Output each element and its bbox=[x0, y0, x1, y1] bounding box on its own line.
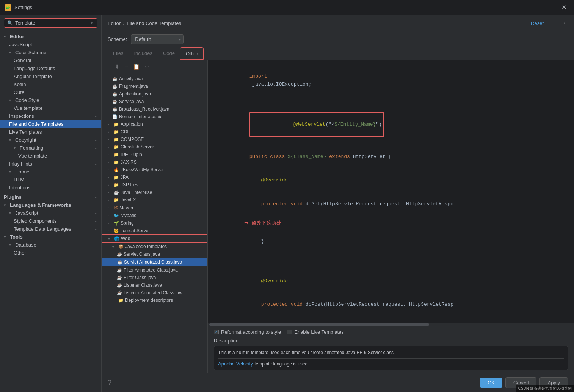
file-item-listenerannotated[interactable]: ☕ Listener Annotated Class.java bbox=[102, 289, 207, 297]
tab-code-label: Code bbox=[163, 50, 175, 56]
sidebar-item-general[interactable]: General bbox=[0, 56, 101, 64]
sidebar-item-kotlin[interactable]: Kotlin bbox=[0, 80, 101, 88]
file-item-broadcastreceiver[interactable]: ☕ Broadcast_Receiver.java bbox=[102, 105, 207, 113]
sidebar-item-vue-template[interactable]: Vue template bbox=[0, 104, 101, 112]
inspections-badge: ▪ bbox=[95, 114, 97, 119]
maven-arrow bbox=[108, 206, 112, 210]
sidebar-item-intentions[interactable]: Intentions bbox=[0, 184, 101, 192]
file-item-servicejava[interactable]: ☕ Service.java bbox=[102, 98, 207, 105]
sidebar-item-label: Emmet bbox=[15, 169, 31, 175]
jfx-arrow bbox=[108, 198, 112, 202]
tab-files[interactable]: Files bbox=[108, 47, 129, 60]
file-item-javaenterprise[interactable]: ☕ Java Enterprise bbox=[102, 189, 207, 196]
reformat-checkbox[interactable] bbox=[214, 330, 219, 334]
file-item-ideplugin[interactable]: 📁 IDE Plugin bbox=[102, 151, 207, 158]
file-item-filterannotated[interactable]: ☕ Filter Annotated Class.java bbox=[102, 266, 207, 274]
sidebar-item-language-defaults[interactable]: Language Defaults bbox=[0, 64, 101, 72]
help-button[interactable]: ? bbox=[108, 379, 111, 387]
sidebar-item-html[interactable]: HTML bbox=[0, 176, 101, 184]
scheme-select[interactable]: Default Project bbox=[131, 34, 184, 44]
code-style-arrow bbox=[9, 98, 14, 102]
file-item-label: JavaFX bbox=[121, 197, 136, 203]
reformat-checkbox-label[interactable]: Reformat according to style bbox=[214, 329, 281, 335]
copy-template-button[interactable]: ⬇ bbox=[113, 62, 121, 71]
sidebar-item-qute[interactable]: Qute bbox=[0, 88, 101, 96]
file-item-listenerclass[interactable]: ☕ Listener Class.java bbox=[102, 281, 207, 289]
horizontal-scrollbar[interactable] bbox=[208, 323, 574, 326]
file-item-deploymentdescriptors[interactable]: 📁 Deployment descriptors bbox=[102, 297, 207, 304]
code-text bbox=[249, 201, 261, 207]
sidebar-item-vue-template2[interactable]: Vue template bbox=[0, 152, 101, 160]
sidebar-item-editor[interactable]: Editor bbox=[0, 33, 101, 41]
java-icon: ☕ bbox=[117, 268, 122, 273]
sidebar-item-javascript2[interactable]: JavaScript ▪ bbox=[0, 209, 101, 217]
file-item-jboss[interactable]: 🔥 JBoss/WildFly Server bbox=[102, 166, 207, 173]
file-item-tomcat[interactable]: 🐱 Tomcat Server bbox=[102, 227, 207, 234]
file-item-remoteinterface[interactable]: 📄 Remote_Interface.aidl bbox=[102, 113, 207, 120]
sidebar-item-angular-template[interactable]: Angular Template bbox=[0, 72, 101, 80]
add-template-button[interactable]: + bbox=[105, 62, 111, 71]
sidebar-item-inlay-hints[interactable]: Inlay Hints ▪ bbox=[0, 160, 101, 168]
sidebar-item-color-scheme[interactable]: Color Scheme bbox=[0, 48, 101, 56]
file-item-glassfish[interactable]: 📁 Glassfish Server bbox=[102, 143, 207, 151]
live-templates-checkbox[interactable] bbox=[287, 330, 292, 334]
file-item-activityjava[interactable]: ☕ Activity.java bbox=[102, 75, 207, 83]
file-item-applicationjava[interactable]: ☕ Application.java bbox=[102, 90, 207, 98]
back-button[interactable]: ← bbox=[547, 19, 556, 27]
file-item-servletannotated[interactable]: ☕ Servlet Annotated Class.java bbox=[102, 258, 207, 266]
tab-includes[interactable]: Includes bbox=[129, 47, 157, 60]
db-arrow bbox=[9, 243, 14, 247]
sidebar-item-database[interactable]: Database bbox=[0, 241, 101, 249]
search-input[interactable] bbox=[15, 20, 88, 26]
sidebar-item-inspections[interactable]: Inspections ▪ bbox=[0, 112, 101, 120]
window-close-button[interactable]: ✕ bbox=[558, 2, 569, 12]
file-item-servletclass[interactable]: ☕ Servlet Class.java bbox=[102, 250, 207, 258]
tab-other-label: Other bbox=[186, 51, 198, 56]
clipboard-button[interactable]: 📋 bbox=[131, 62, 141, 71]
file-item-compose[interactable]: 📁 COMPOSE bbox=[102, 136, 207, 143]
remove-template-button[interactable]: − bbox=[123, 62, 130, 71]
sidebar-item-formatting[interactable]: Formatting ▪ bbox=[0, 144, 101, 152]
file-item-jaxrs[interactable]: 📁 JAX-RS bbox=[102, 158, 207, 166]
reset-template-button[interactable]: ↩ bbox=[143, 62, 151, 71]
file-item-mybatis[interactable]: 🐦 Mybatis bbox=[102, 212, 207, 219]
sidebar-item-styled-components[interactable]: Styled Components ▪ bbox=[0, 217, 101, 225]
sidebar-item-live-templates[interactable]: Live Templates bbox=[0, 128, 101, 136]
sidebar-item-plugins[interactable]: Plugins ▪ bbox=[0, 193, 101, 201]
sidebar-item-tools[interactable]: Tools bbox=[0, 233, 101, 241]
code-text: doGet(HttpServletRequest request, HttpSe… bbox=[303, 201, 453, 207]
sidebar-item-file-and-code-templates[interactable]: File and Code Templates bbox=[0, 120, 101, 128]
live-templates-checkbox-label[interactable]: Enable Live Templates bbox=[287, 329, 344, 335]
sidebar-item-languages-frameworks[interactable]: Languages & Frameworks bbox=[0, 201, 101, 209]
file-item-jspfiles[interactable]: 📁 JSP files bbox=[102, 181, 207, 189]
code-line-10 bbox=[214, 261, 568, 269]
apache-link[interactable]: Apache Velocity bbox=[218, 361, 253, 367]
sidebar-item-other-tools[interactable]: Other bbox=[0, 249, 101, 257]
ok-button[interactable]: OK bbox=[480, 378, 502, 388]
file-item-cdi[interactable]: 📁 CDI bbox=[102, 128, 207, 136]
sidebar-item-emmet[interactable]: Emmet bbox=[0, 168, 101, 176]
tab-code[interactable]: Code bbox=[158, 47, 180, 60]
sidebar-item-template-data-languages[interactable]: Template Data Languages ▪ bbox=[0, 225, 101, 233]
search-clear-icon[interactable]: ✕ bbox=[90, 20, 94, 26]
file-item-spring[interactable]: 🌱 Spring bbox=[102, 219, 207, 227]
code-editor[interactable]: import java.io.IOException; @WebServlet(… bbox=[208, 60, 574, 323]
file-item-maven[interactable]: Ⓜ Maven bbox=[102, 204, 207, 212]
forward-button[interactable]: → bbox=[559, 19, 568, 27]
file-item-filterclass[interactable]: ☕ Filter Class.java bbox=[102, 274, 207, 281]
file-item-fragmentjava[interactable]: ☕ Fragment.java bbox=[102, 83, 207, 90]
content-area: Editor › File and Code Templates Reset ←… bbox=[102, 15, 574, 392]
sidebar-item-copyright[interactable]: Copyright ▪ bbox=[0, 136, 101, 144]
reset-button[interactable]: Reset bbox=[531, 20, 544, 26]
tab-other[interactable]: Other bbox=[180, 47, 204, 60]
file-item-javacodetemplates[interactable]: 📦 Java code templates bbox=[102, 243, 207, 250]
folder-icon: 📁 bbox=[114, 152, 119, 157]
sidebar-item-javascript[interactable]: JavaScript bbox=[0, 41, 101, 48]
file-item-application[interactable]: 📁 Application bbox=[102, 120, 207, 128]
description-text: This is a built-in template used each ti… bbox=[218, 349, 564, 356]
file-item-web[interactable]: 🌐 Web bbox=[102, 234, 207, 243]
file-item-jpa[interactable]: 📁 JPA bbox=[102, 173, 207, 181]
sidebar-item-code-style[interactable]: Code Style bbox=[0, 96, 101, 104]
jsp-arrow bbox=[108, 183, 112, 187]
file-item-javafx[interactable]: 📁 JavaFX bbox=[102, 196, 207, 204]
